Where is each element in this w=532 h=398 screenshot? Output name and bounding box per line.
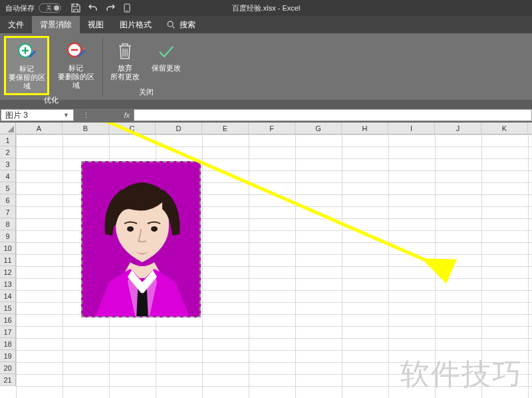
ribbon-collapse-bar[interactable] bbox=[0, 100, 532, 108]
row-header-2[interactable]: 2 bbox=[0, 146, 15, 158]
group-close: 放弃所有更改 保留更改 关闭 bbox=[103, 33, 190, 100]
mark-remove-icon bbox=[66, 40, 86, 63]
row-header-17[interactable]: 17 bbox=[0, 326, 15, 338]
col-header-F[interactable]: F bbox=[249, 122, 295, 134]
redo-icon[interactable] bbox=[105, 3, 116, 13]
tab-view[interactable]: 视图 bbox=[80, 16, 112, 33]
group-close-label: 关闭 bbox=[139, 87, 154, 99]
row-header-1[interactable]: 1 bbox=[0, 134, 15, 146]
search-label: 搜索 bbox=[180, 19, 196, 31]
row-header-6[interactable]: 6 bbox=[0, 194, 15, 206]
formula-bar-row: 图片 3 ▼ ⋮ fx bbox=[0, 108, 532, 122]
mark-remove-label2: 要删除的区域 bbox=[58, 73, 94, 89]
autosave-label: 自动保存 bbox=[5, 3, 35, 13]
row-header-20[interactable]: 20 bbox=[0, 362, 15, 374]
mark-keep-button[interactable]: 标记要保留的区域 bbox=[4, 36, 49, 95]
search-icon bbox=[166, 20, 176, 29]
spreadsheet-area: ABCDEFGHIJK 1234567891011121314151617181… bbox=[0, 122, 532, 398]
discard-changes-button[interactable]: 放弃所有更改 bbox=[107, 36, 143, 87]
name-box-dropdown-icon[interactable]: ▼ bbox=[63, 112, 69, 118]
discard-label1: 放弃 bbox=[118, 64, 132, 72]
row-header-3[interactable]: 3 bbox=[0, 158, 15, 170]
discard-icon bbox=[116, 40, 134, 63]
col-header-J[interactable]: J bbox=[435, 122, 481, 134]
row-headers[interactable]: 123456789101112131415161718192021 bbox=[0, 134, 16, 386]
discard-label2: 所有更改 bbox=[110, 73, 140, 81]
mark-remove-button[interactable]: 标记要删除的区域 bbox=[53, 36, 98, 95]
select-all-cell[interactable] bbox=[0, 122, 16, 134]
portrait-svg bbox=[82, 162, 201, 317]
col-header-E[interactable]: E bbox=[202, 122, 249, 134]
tab-file[interactable]: 文件 bbox=[0, 16, 32, 33]
mark-keep-icon bbox=[17, 41, 37, 63]
row-header-21[interactable]: 21 bbox=[0, 374, 15, 386]
grid[interactable] bbox=[16, 134, 532, 398]
autosave-toggle[interactable]: 关 bbox=[39, 3, 61, 13]
svg-line-3 bbox=[173, 27, 175, 29]
mark-keep-label2: 要保留的区域 bbox=[9, 73, 45, 90]
row-header-9[interactable]: 9 bbox=[0, 230, 15, 242]
formula-dots-icon[interactable]: ⋮ bbox=[82, 111, 90, 120]
row-header-11[interactable]: 11 bbox=[0, 254, 15, 266]
name-box-value: 图片 3 bbox=[5, 110, 28, 121]
svg-point-13 bbox=[127, 226, 134, 232]
embedded-photo[interactable] bbox=[81, 161, 201, 317]
row-header-10[interactable]: 10 bbox=[0, 242, 15, 254]
keep-changes-button[interactable]: 保留更改 bbox=[147, 36, 186, 87]
col-header-C[interactable]: C bbox=[109, 122, 156, 134]
mark-remove-label1: 标记 bbox=[68, 64, 83, 72]
row-header-14[interactable]: 14 bbox=[0, 290, 15, 302]
svg-point-14 bbox=[151, 226, 158, 232]
fx-label[interactable]: fx bbox=[124, 111, 130, 119]
keep-label1: 保留更改 bbox=[152, 64, 181, 72]
col-header-H[interactable]: H bbox=[342, 122, 388, 134]
col-header-K[interactable]: K bbox=[481, 122, 528, 134]
col-header-D[interactable]: D bbox=[156, 122, 202, 134]
title-bar: 自动保存 关 百度经验.xlsx - Excel bbox=[0, 0, 532, 16]
tab-background-remove[interactable]: 背景消除 bbox=[32, 16, 80, 33]
group-optimize-label: 优化 bbox=[44, 95, 59, 106]
col-header-G[interactable]: G bbox=[295, 122, 342, 134]
row-header-4[interactable]: 4 bbox=[0, 170, 15, 182]
undo-icon[interactable] bbox=[88, 3, 98, 13]
keep-icon bbox=[157, 40, 176, 63]
col-header-B[interactable]: B bbox=[63, 122, 109, 134]
row-header-16[interactable]: 16 bbox=[0, 314, 15, 326]
tab-search[interactable]: 搜索 bbox=[160, 16, 202, 33]
ribbon-tabs: 文件 背景消除 视图 图片格式 搜索 bbox=[0, 16, 532, 33]
row-header-13[interactable]: 13 bbox=[0, 278, 15, 290]
group-optimize: 标记要保留的区域 标记要删除的区域 优化 bbox=[0, 33, 102, 100]
row-header-12[interactable]: 12 bbox=[0, 266, 15, 278]
touch-mode-icon[interactable] bbox=[122, 3, 133, 13]
row-header-19[interactable]: 19 bbox=[0, 350, 15, 362]
row-header-15[interactable]: 15 bbox=[0, 302, 15, 314]
column-headers[interactable]: ABCDEFGHIJK bbox=[16, 122, 532, 134]
row-header-8[interactable]: 8 bbox=[0, 218, 15, 230]
col-header-A[interactable]: A bbox=[16, 122, 63, 134]
formula-bar[interactable] bbox=[134, 109, 532, 121]
svg-point-2 bbox=[168, 21, 173, 27]
row-header-7[interactable]: 7 bbox=[0, 206, 15, 218]
tab-picture-format[interactable]: 图片格式 bbox=[112, 16, 160, 33]
save-icon[interactable] bbox=[70, 3, 81, 13]
row-header-18[interactable]: 18 bbox=[0, 338, 15, 350]
quick-access-toolbar bbox=[70, 3, 133, 13]
ribbon: 标记要保留的区域 标记要删除的区域 优化 放弃所有更改 bbox=[0, 33, 532, 100]
name-box[interactable]: 图片 3 ▼ bbox=[1, 109, 74, 121]
mark-keep-label1: 标记 bbox=[19, 65, 34, 73]
svg-point-1 bbox=[126, 10, 128, 11]
col-header-I[interactable]: I bbox=[388, 122, 435, 134]
row-header-5[interactable]: 5 bbox=[0, 182, 15, 194]
